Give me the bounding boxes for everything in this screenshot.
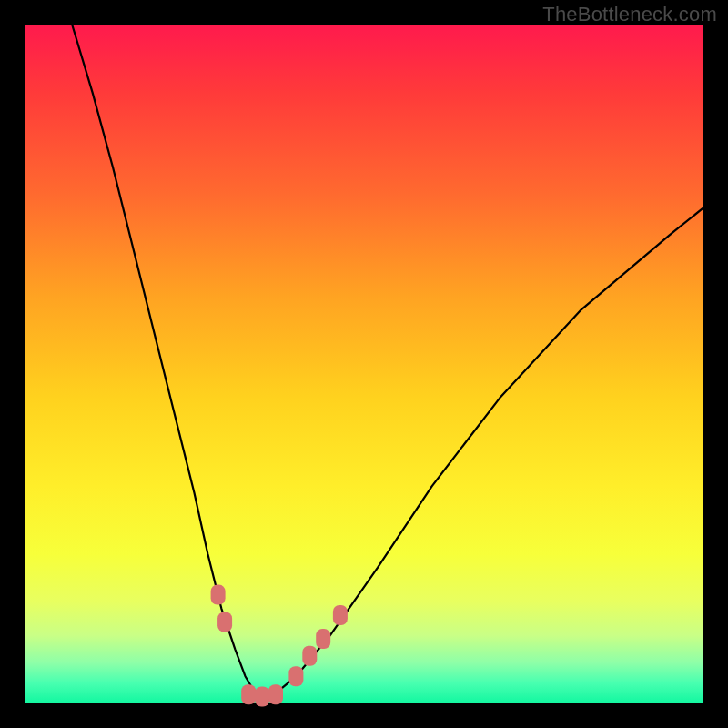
chart-frame: TheBottleneck.com (0, 0, 728, 728)
marker-right-1 (288, 666, 303, 686)
marker-bottom-3 (268, 684, 283, 704)
marker-right-4 (333, 605, 348, 625)
marker-left-2 (217, 612, 232, 632)
plot-area (25, 25, 703, 703)
marker-bottom-2 (255, 687, 269, 707)
bottleneck-curve (72, 25, 703, 697)
marker-left-1 (211, 585, 226, 605)
watermark-text: TheBottleneck.com (542, 3, 717, 26)
marker-right-3 (316, 629, 330, 649)
marker-group (211, 585, 348, 707)
curve-layer (25, 25, 703, 703)
marker-right-2 (302, 646, 317, 666)
marker-bottom-1 (241, 684, 256, 704)
